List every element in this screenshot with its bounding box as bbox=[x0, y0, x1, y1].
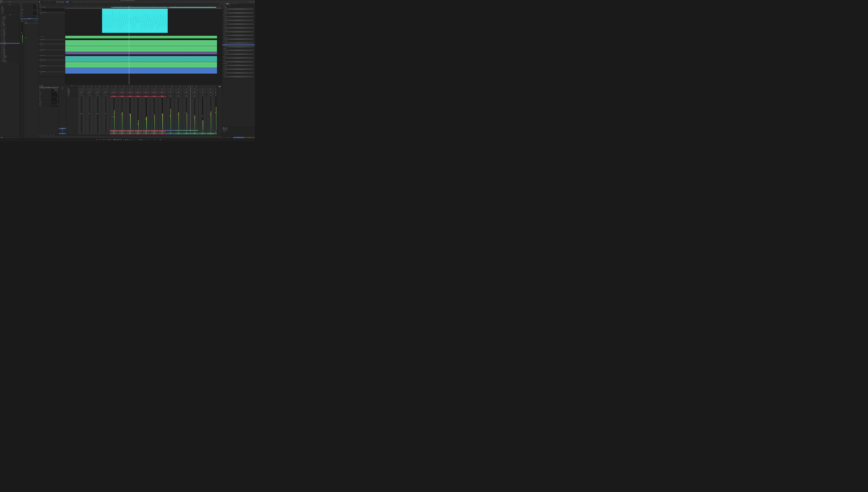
browser-tab[interactable]: Cloud bbox=[233, 3, 236, 4]
mixer-channel[interactable]: Input 18KEYS-6.0L30MS24NoneReadB3 bbox=[207, 86, 215, 134]
pan-knob[interactable] bbox=[161, 89, 163, 91]
fx-item[interactable]: ▸FXBinaural Pan bbox=[222, 22, 255, 26]
pan-knob[interactable] bbox=[121, 89, 123, 91]
track-lane-header[interactable]: 24MSB3Input 18 bbox=[39, 43, 65, 49]
loop-button[interactable]: ⟲ bbox=[134, 139, 135, 141]
bend-tool[interactable]: 〰 bbox=[47, 1, 48, 3]
rtz-button[interactable]: |◀ bbox=[123, 139, 124, 141]
preroll-icon[interactable]: ⊙ bbox=[145, 139, 146, 141]
pan-knob[interactable] bbox=[97, 89, 99, 91]
insp-rec[interactable] bbox=[37, 21, 37, 21]
arr-tool-3[interactable]: ◧ bbox=[221, 3, 221, 4]
help-icon[interactable]: ? bbox=[51, 1, 52, 3]
pencil-icon[interactable]: ✎ bbox=[20, 17, 21, 18]
ff-button[interactable]: ▶▶ bbox=[127, 139, 128, 141]
mixer-channel[interactable]: ⟳27 dBInput 2PERC..SION-1.5R50MSAuto Off… bbox=[118, 86, 126, 134]
fx-item[interactable]: ▸FXFlanger bbox=[222, 55, 255, 59]
fx-item[interactable]: ▸FXIR Maker bbox=[222, 67, 255, 71]
arr-tool-4[interactable]: ✚ bbox=[221, 3, 222, 4]
pan-knob[interactable] bbox=[177, 89, 179, 91]
inspector-row[interactable]: LayersLayer 1 bbox=[20, 8, 39, 9]
fx-item[interactable]: ★▸FXBeat Delay bbox=[222, 18, 255, 22]
browser-tab[interactable]: Files bbox=[231, 3, 233, 4]
ab-compare[interactable]: A/B bbox=[219, 86, 221, 87]
track-lane-header[interactable]: 23MSChunk GuitarInput 4 bbox=[39, 11, 65, 36]
mix-instr-btn[interactable]: Instr. bbox=[59, 132, 66, 133]
track-lane-header[interactable]: MSHorns bbox=[39, 55, 65, 57]
fx-item[interactable]: ▸FXLevel Meter bbox=[222, 71, 255, 74]
automation-toggle[interactable]: ⊞ bbox=[70, 1, 71, 3]
pan-knob[interactable] bbox=[145, 89, 147, 91]
mix-lock-icon[interactable]: 🔒 bbox=[40, 86, 41, 87]
group-row[interactable]: 8Verbs bbox=[0, 13, 20, 14]
inspector-row[interactable]: Follow chordsOff bbox=[20, 13, 39, 14]
insp-mon[interactable] bbox=[38, 21, 39, 21]
fx-item[interactable]: ▸FXBitcrusher bbox=[222, 26, 255, 29]
arranger-search-icon[interactable]: 🔍 bbox=[39, 3, 40, 4]
pan-knob[interactable] bbox=[113, 89, 115, 91]
fx-item[interactable]: ▸FXGate bbox=[222, 59, 255, 63]
fx-item[interactable]: ▸FXChannel Strip bbox=[222, 29, 255, 33]
end-button[interactable]: ▶| bbox=[128, 139, 130, 141]
fx-item[interactable]: ★▸FXAmpire bbox=[222, 7, 255, 10]
hzoom-slider[interactable]: ━━●━━ bbox=[220, 85, 222, 85]
track-lane-header[interactable]: MSKeys bbox=[39, 39, 65, 41]
pan-knob[interactable] bbox=[193, 89, 196, 91]
audio-clip[interactable] bbox=[65, 52, 217, 54]
mixer-channel[interactable]: ⟳27 dBMic/Lin...t1n248V0.0 dBMS bbox=[86, 86, 94, 134]
fx-item[interactable]: ▸FXAutofilter bbox=[222, 14, 255, 18]
mixer-channel[interactable]: ⟳27 dBInput 2PERC..SION-30.0R75MSAuto Of… bbox=[134, 86, 142, 134]
audio-clip[interactable] bbox=[65, 62, 217, 68]
list-config-icon[interactable]: ⚙ bbox=[1, 3, 2, 4]
pan-knob[interactable] bbox=[169, 89, 172, 91]
browser-settings-icon[interactable]: ⚙ bbox=[254, 5, 254, 5]
arrangement-marker[interactable]: Chorus 2 bbox=[168, 7, 216, 8]
fx-item[interactable]: ▸FXChorus bbox=[222, 33, 255, 37]
fx-item[interactable]: ▸FXGroove Delay bbox=[222, 63, 255, 67]
rewind-button[interactable]: ◀◀ bbox=[125, 139, 126, 141]
fx-item[interactable]: ▸FXDual Pan bbox=[222, 44, 255, 48]
track-lane-header[interactable]: 28MSAlto SaxInput 25 bbox=[39, 71, 65, 77]
add-track-icon[interactable]: + bbox=[0, 137, 1, 138]
track-lane-header[interactable]: None bbox=[39, 42, 65, 43]
track-row[interactable]: ▾●▸LEAD DELAY bbox=[0, 62, 20, 63]
filter-icon[interactable]: ≡ bbox=[19, 3, 20, 4]
pan-knob[interactable] bbox=[89, 89, 91, 91]
pan-knob[interactable] bbox=[153, 89, 155, 91]
pan-knob[interactable] bbox=[105, 89, 107, 91]
track-lane-header[interactable]: 26MSTrumpet 1Input 15 bbox=[39, 59, 65, 65]
menu-project[interactable]: Project bbox=[253, 2, 255, 2]
mixer-channel[interactable]: MainOu...ight0dBMSNoneReadMain bbox=[215, 86, 217, 134]
menu-song[interactable]: Song bbox=[251, 2, 252, 2]
mixer-channel[interactable]: ⟳27 dBInput 2PERC..SION-12.0L75MSAuto Of… bbox=[142, 86, 150, 134]
inserts-expand[interactable]: ▸ bbox=[25, 22, 25, 22]
track-lane-header[interactable]: Auto: Off Guit Dly bbox=[39, 36, 65, 39]
visit-website-link[interactable]: Visit Website bbox=[223, 131, 254, 132]
zoom-window[interactable] bbox=[2, 0, 3, 1]
erase-tool[interactable]: ✕ bbox=[44, 1, 45, 3]
minimize-window[interactable] bbox=[1, 0, 2, 1]
track-lane-header[interactable]: 25MSWurliInput 20 bbox=[39, 49, 65, 55]
cloud-icon[interactable]: ☁ bbox=[248, 2, 248, 2]
mixer-channel[interactable]: ⟳40 dBMic/Line In 348V0.0 dBMS bbox=[94, 86, 102, 134]
mixer-channel[interactable]: ⟳40 dBInput 4GUITARS-10.0L40MSAuto Off23… bbox=[191, 86, 199, 134]
arr-tool-1[interactable]: ∿ bbox=[219, 3, 219, 4]
inspector-row[interactable]: Layers follow events bbox=[20, 9, 39, 10]
inspector-toggle[interactable]: i bbox=[20, 3, 21, 4]
audio-clip[interactable] bbox=[65, 40, 217, 46]
autopunch-icon[interactable]: ⊡ bbox=[146, 139, 148, 141]
audio-clip[interactable] bbox=[102, 9, 168, 33]
audio-clip[interactable] bbox=[65, 36, 217, 38]
mixer-channel[interactable]: ⟳27 dBInput 2PERC..SION-5.9MSAuto Off13P… bbox=[110, 86, 118, 134]
track-lane-header[interactable]: 27MSTrumpet 2Input 25 bbox=[39, 65, 65, 71]
mix-wave-icon[interactable]: 〰 bbox=[41, 86, 42, 87]
close-window[interactable] bbox=[0, 0, 1, 1]
browser-tab[interactable]: Loops bbox=[229, 3, 231, 4]
stop-button[interactable]: ■ bbox=[130, 139, 131, 141]
fx-item[interactable]: ▸FXExpander bbox=[222, 48, 255, 52]
audio-clip[interactable] bbox=[65, 46, 217, 52]
snap-toggle-2[interactable]: ▦ bbox=[66, 1, 67, 3]
mix-expand-icon[interactable]: ⇅ bbox=[59, 86, 66, 87]
arrow-tool[interactable]: ▲ bbox=[39, 1, 40, 3]
menu-start[interactable]: Start bbox=[249, 2, 250, 2]
